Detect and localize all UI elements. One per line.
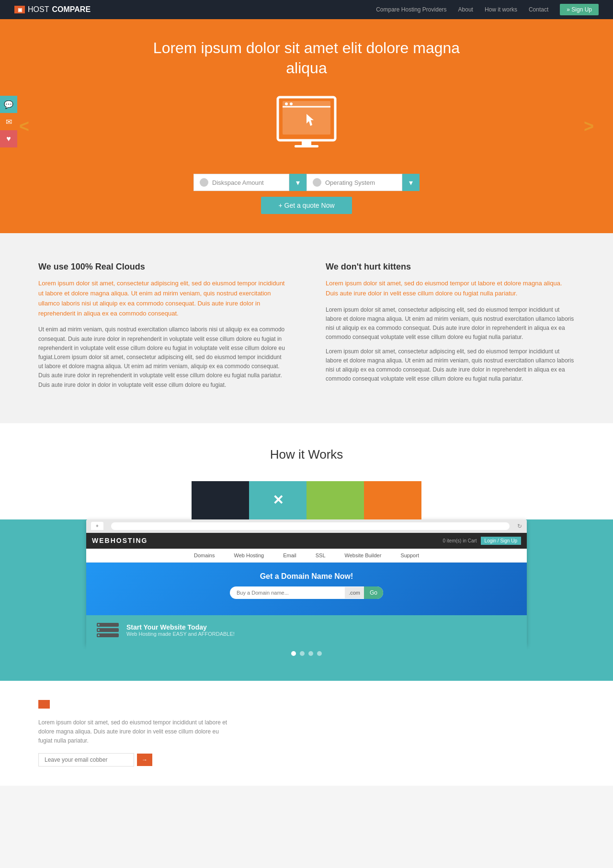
browser-header: WEBHOSTING 0 item(s) in Cart Login / Sig…: [86, 533, 527, 549]
nav-email[interactable]: Email: [283, 552, 296, 558]
browser-tab[interactable]: +: [91, 522, 103, 530]
svg-point-3: [285, 102, 288, 105]
browser-mockup: + ↻ WEBHOSTING 0 item(s) in Cart Login /…: [86, 519, 527, 645]
diskspace-dropdown-btn[interactable]: ▾: [289, 174, 306, 191]
dot-3[interactable]: [308, 651, 313, 656]
domain-go-button[interactable]: Go: [364, 586, 383, 599]
start-text: Start Your Website Today Web Hosting mad…: [126, 623, 235, 637]
footer-email-input[interactable]: [38, 753, 134, 767]
dot-4[interactable]: [317, 651, 322, 656]
svg-point-13: [98, 634, 100, 636]
domain-search-bar[interactable]: .com Go: [230, 586, 383, 599]
content-section: We use 100% Real Clouds Lorem ipsum dolo…: [0, 233, 613, 423]
footer-submit-button[interactable]: →: [137, 754, 152, 766]
svg-point-4: [290, 102, 293, 105]
hero-title: Lorem ipsum dolor sit amet elit dolore m…: [139, 38, 474, 78]
nav-compare[interactable]: Compare Hosting Providers: [376, 6, 446, 13]
domain-ext: .com: [345, 587, 364, 598]
nav-how[interactable]: How it works: [485, 6, 517, 13]
svg-rect-9: [97, 628, 119, 632]
footer-email-area: →: [38, 753, 575, 767]
sidebar-icons: 💬 ✉ ♥: [0, 96, 17, 147]
svg-point-11: [98, 624, 100, 626]
browser-hero-area: Get a Domain Name Now! .com Go: [86, 563, 527, 615]
nav-web-hosting[interactable]: Web Hosting: [234, 552, 264, 558]
hero-controls: Diskspace Amount ▾ Operating System ▾ + …: [10, 174, 603, 214]
os-dropdown-btn[interactable]: ▾: [402, 174, 420, 191]
browser-url-bar[interactable]: [111, 522, 510, 530]
how-block-x-icon: ✕: [272, 492, 284, 508]
server-icon: [96, 622, 120, 639]
login-button[interactable]: Login / Sign Up: [481, 537, 521, 545]
browser-refresh-icon[interactable]: ↻: [517, 523, 522, 530]
quote-button[interactable]: + Get a quote Now: [261, 197, 352, 214]
nav-about[interactable]: About: [458, 6, 473, 13]
right-body2: Lorem ipsum dolor sit amet, consectetur …: [326, 347, 575, 384]
domain-input[interactable]: [230, 587, 345, 598]
start-subtitle: Web Hosting made EASY and AFFORDABLE!: [126, 631, 235, 637]
footer-body-text: Lorem ipsum dolor sit amet, sed do eiusm…: [38, 718, 230, 746]
heart-icon[interactable]: ♥: [0, 130, 17, 147]
nav-website-builder[interactable]: Website Builder: [345, 552, 382, 558]
svg-point-12: [98, 629, 100, 631]
how-block-3: [306, 481, 364, 519]
brand-logo: ▣ HOSTCOMPARE: [14, 5, 91, 14]
hero-monitor-image: [268, 92, 345, 159]
nav-links: Compare Hosting Providers About How it w…: [376, 4, 599, 15]
os-select[interactable]: Operating System: [306, 174, 402, 191]
chat-icon[interactable]: 💬: [0, 96, 17, 113]
browser-cart-area: 0 item(s) in Cart Login / Sign Up: [443, 537, 521, 545]
footer-logo-icon: [38, 700, 50, 709]
svg-rect-10: [97, 633, 119, 637]
content-right: We don't hurt kittens Lorem ipsum dolor …: [326, 262, 575, 395]
hero-section: < > Lorem ipsum dolor sit amet elit dolo…: [0, 19, 613, 233]
signup-button[interactable]: » Sign Up: [560, 4, 599, 15]
browser-dots: [86, 645, 527, 662]
email-icon[interactable]: ✉: [0, 113, 17, 130]
logo-compare: COMPARE: [52, 5, 91, 14]
os-icon: [313, 178, 321, 187]
right-body1: Lorem ipsum dolor sit amet, consectetur …: [326, 305, 575, 342]
dot-1[interactable]: [291, 651, 296, 656]
browser-hero-title: Get a Domain Name Now!: [96, 572, 517, 581]
hero-next-button[interactable]: >: [584, 116, 594, 136]
svg-rect-7: [295, 145, 318, 147]
how-blocks: ✕: [10, 481, 603, 519]
navbar: ▣ HOSTCOMPARE Compare Hosting Providers …: [0, 0, 613, 19]
svg-rect-8: [97, 623, 119, 627]
dot-2[interactable]: [300, 651, 305, 656]
footer-section: Lorem ipsum dolor sit amet, sed do eiusm…: [0, 681, 613, 786]
browser-start-section: Start Your Website Today Web Hosting mad…: [86, 615, 527, 645]
browser-section: + ↻ WEBHOSTING 0 item(s) in Cart Login /…: [0, 519, 613, 681]
how-block-2: ✕: [249, 481, 306, 519]
how-block-1: [192, 481, 249, 519]
nav-domains[interactable]: Domains: [194, 552, 215, 558]
content-left: We use 100% Real Clouds Lorem ipsum dolo…: [38, 262, 287, 395]
browser-bar: + ↻: [86, 519, 527, 533]
diskspace-label: Diskspace Amount: [212, 179, 264, 186]
hero-dropdowns: Diskspace Amount ▾ Operating System ▾: [193, 174, 420, 191]
nav-ssl[interactable]: SSL: [316, 552, 326, 558]
nav-support[interactable]: Support: [400, 552, 419, 558]
os-label: Operating System: [325, 179, 375, 186]
hero-prev-button[interactable]: <: [19, 116, 29, 136]
how-block-4: [364, 481, 421, 519]
left-body: Ut enim ad mirim veniam, quis nostrud ex…: [38, 325, 287, 389]
how-title: How it Works: [10, 447, 603, 462]
cart-count: 0 item(s) in Cart: [443, 538, 477, 543]
diskspace-icon: [200, 178, 208, 187]
right-highlight: Lorem ipsum dolor sit amet, sed do eiusm…: [326, 279, 575, 299]
browser-site-nav: Domains Web Hosting Email SSL Website Bu…: [86, 549, 527, 563]
left-heading: We use 100% Real Clouds: [38, 262, 287, 272]
browser-site-logo: WEBHOSTING: [92, 537, 148, 544]
logo-host: HOST: [28, 5, 49, 14]
footer-logo: [38, 700, 575, 710]
nav-contact[interactable]: Contact: [529, 6, 548, 13]
diskspace-select[interactable]: Diskspace Amount: [193, 174, 289, 191]
right-heading: We don't hurt kittens: [326, 262, 575, 272]
svg-rect-6: [302, 140, 311, 145]
logo-icon: ▣: [14, 6, 25, 13]
left-highlight: Lorem ipsum dolor sit amet, consectetur …: [38, 279, 287, 318]
start-title: Start Your Website Today: [126, 623, 235, 631]
how-section: How it Works ✕: [0, 423, 613, 519]
